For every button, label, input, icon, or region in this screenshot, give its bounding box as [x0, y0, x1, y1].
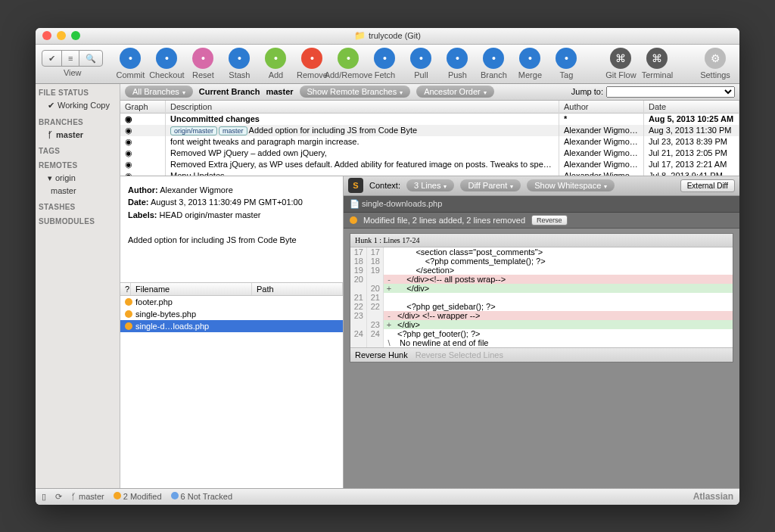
commit-row[interactable]: ◉origin/mastermasterAdded option for inc…	[120, 125, 739, 136]
diff-hunk: Hunk 1 : Lines 17-24 1717 <section class…	[350, 233, 733, 362]
tag-button[interactable]: •Tag	[548, 48, 584, 79]
add-remove-button[interactable]: •Add/Remove	[330, 48, 366, 79]
col-graph[interactable]: Graph	[120, 101, 166, 113]
commit-list-header: Graph Description Author Date	[120, 101, 739, 114]
diff-file-header: 📄 single-downloads.php	[344, 196, 739, 213]
merge-button[interactable]: •Merge	[512, 48, 548, 79]
titlebar: trulycode (Git)	[36, 28, 739, 45]
master-label[interactable]: master	[266, 87, 293, 96]
reverse-hunk-button[interactable]: Reverse Hunk	[355, 350, 408, 359]
hunk-footer: Reverse Hunk Reverse Selected Lines	[350, 347, 733, 362]
commit-list: Graph Description Author Date ◉Uncommitt…	[120, 101, 739, 176]
diff-line[interactable]: 1919 </section>	[350, 266, 733, 275]
sidebar-section-title: TAGS	[39, 147, 117, 155]
diff-line[interactable]: 1717 <section class="post_comments">	[350, 247, 733, 257]
window-title: trulycode (Git)	[36, 30, 739, 41]
diff-toolbar: S Context: 3 Lines Diff Parent Show Whit…	[344, 176, 739, 196]
modified-dot-icon	[125, 322, 132, 330]
commit-row[interactable]: ◉Removed WP jQuery – added own jQuery,Al…	[120, 148, 739, 159]
diff-line[interactable]: 2222 <?php get_sidebar(); ?>	[350, 302, 733, 311]
commit-row[interactable]: ◉Removed Extra jQuery, as WP uses defaul…	[120, 159, 739, 170]
commit-row[interactable]: ◉font weight tweaks and paragraph margin…	[120, 136, 739, 148]
hunk-header: Hunk 1 : Lines 17-24	[350, 234, 733, 247]
col-date[interactable]: Date	[644, 101, 739, 113]
file-list-header: ? Filename Path	[120, 282, 343, 296]
checkout-button[interactable]: •Checkout	[148, 48, 185, 79]
push-button[interactable]: •Push	[439, 48, 475, 79]
sublime-icon[interactable]: S	[348, 178, 363, 193]
col-description[interactable]: Description	[166, 101, 559, 113]
col-q[interactable]: ?	[120, 283, 131, 295]
jump-to: Jump to:	[571, 86, 735, 98]
ancestor-pill[interactable]: Ancestor Order	[416, 86, 494, 98]
sidebar-item-working-copy[interactable]: ✔Working Copy	[39, 99, 117, 112]
sidebar-item-master[interactable]: master	[39, 185, 117, 197]
file-row[interactable]: single-d…loads.php	[120, 320, 343, 332]
filter-bar: All Branches Current Branch master Show …	[120, 84, 739, 101]
close-icon[interactable]	[42, 31, 51, 40]
status-modified[interactable]: 2 Modified	[114, 492, 162, 501]
reset-button[interactable]: •Reset	[185, 48, 221, 79]
col-filename[interactable]: Filename	[131, 283, 252, 295]
settings-button[interactable]: ⚙Settings	[697, 48, 733, 79]
current-branch-label[interactable]: Current Branch	[199, 87, 260, 96]
diff-line[interactable]: 20+ </div>	[350, 284, 733, 293]
view-search-icon[interactable]: 🔍	[79, 51, 102, 66]
context-label: Context:	[369, 181, 400, 190]
view-label: View	[64, 68, 82, 77]
jump-select[interactable]	[606, 86, 735, 98]
file-row[interactable]: single-bytes.php	[120, 308, 343, 320]
fetch-button[interactable]: •Fetch	[366, 48, 403, 79]
toolbar-main-group: •Commit•Checkout•Reset•Stash•Add•Remove•…	[112, 48, 584, 79]
status-untracked[interactable]: 6 Not Tracked	[171, 492, 233, 501]
toolbar-right-group: ⌘Git Flow⌘Terminal	[602, 48, 675, 79]
sync-icon[interactable]: ⟳	[55, 492, 62, 502]
terminal-button[interactable]: ⌘Terminal	[639, 48, 675, 79]
battery-icon: ▯	[42, 492, 46, 502]
sidebar-section-title: REMOTES	[39, 161, 117, 170]
minimize-icon[interactable]	[57, 31, 66, 40]
view-segmented[interactable]: ✔≡🔍	[42, 50, 103, 67]
whitespace-select[interactable]: Show Whitespace	[527, 179, 615, 191]
col-author[interactable]: Author	[559, 101, 644, 113]
git-flow-button[interactable]: ⌘Git Flow	[602, 48, 639, 79]
diff-line[interactable]: 2424 <?php get_footer(); ?>	[350, 329, 733, 338]
view-check-icon[interactable]: ✔	[42, 51, 62, 66]
commit-button[interactable]: •Commit	[112, 48, 148, 79]
reverse-button[interactable]: Reverse	[531, 215, 568, 226]
add-button[interactable]: •Add	[257, 48, 294, 79]
diff-line[interactable]: 20- </div><!-- all posts wrap-->	[350, 275, 733, 284]
col-path[interactable]: Path	[252, 283, 343, 295]
sidebar-item-master[interactable]: ᚶmaster	[39, 129, 117, 141]
all-branches-pill[interactable]: All Branches	[125, 86, 193, 98]
file-row[interactable]: footer.php	[120, 296, 343, 308]
commit-row[interactable]: ◉Uncommitted changes*Aug 5, 2013 10:25 A…	[120, 114, 739, 125]
commit-row[interactable]: ◉Menu UpdatesAlexander Wigmore…Jul 8, 20…	[120, 170, 739, 176]
pull-button[interactable]: •Pull	[403, 48, 439, 79]
sidebar-item-origin[interactable]: ▾origin	[39, 172, 117, 185]
commit-detail: Author: Alexander Wigmore Date: August 3…	[120, 176, 344, 488]
sidebar: FILE STATUS✔Working CopyBRANCHESᚶmasterT…	[36, 84, 120, 488]
sidebar-section-title: FILE STATUS	[39, 89, 117, 97]
external-diff-button[interactable]: External Diff	[680, 179, 735, 192]
diff-line[interactable]: 23-</div> <!-- wrapper -->	[350, 311, 733, 320]
jump-label: Jump to:	[571, 87, 603, 96]
maximize-icon[interactable]	[71, 31, 80, 40]
sidebar-section-title: STASHES	[39, 203, 117, 211]
sidebar-section-title: SUBMODULES	[39, 217, 117, 226]
diff-parent-select[interactable]: Diff Parent	[460, 179, 521, 191]
diff-line[interactable]: \ No newline at end of file	[350, 338, 733, 347]
diff-line[interactable]: 1818 <?php comments_template(); ?>	[350, 257, 733, 266]
modified-dot-icon	[125, 310, 132, 318]
diff-line[interactable]: 23+</div>	[350, 320, 733, 329]
branch-button[interactable]: •Branch	[475, 48, 512, 79]
file-list: ? Filename Path footer.phpsingle-bytes.p…	[120, 282, 343, 488]
stash-button[interactable]: •Stash	[221, 48, 257, 79]
context-select[interactable]: 3 Lines	[406, 179, 454, 191]
diff-line[interactable]: 2121	[350, 293, 733, 302]
status-branch[interactable]: ᚶ master	[71, 492, 104, 501]
diff-file-status: Modified file, 2 lines added, 2 lines re…	[344, 213, 739, 229]
show-remote-pill[interactable]: Show Remote Branches	[300, 86, 411, 98]
view-list-icon[interactable]: ≡	[62, 51, 79, 66]
view-switcher: ✔≡🔍 View	[42, 50, 103, 77]
